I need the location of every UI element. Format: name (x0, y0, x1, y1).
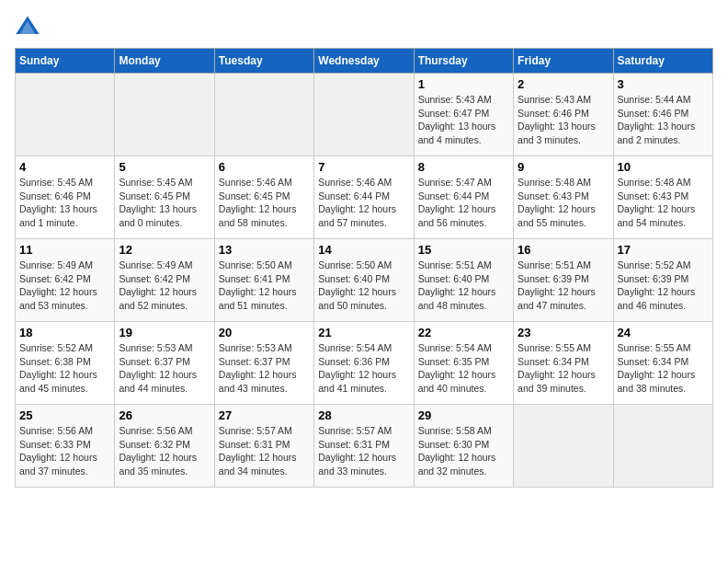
calendar-day-cell (214, 74, 313, 156)
calendar-day-cell (16, 74, 115, 156)
calendar-day-cell (514, 405, 613, 488)
logo-icon (15, 15, 40, 40)
day-number: 15 (418, 243, 509, 257)
calendar-day-cell: 26Sunrise: 5:56 AM Sunset: 6:32 PM Dayli… (115, 405, 214, 488)
day-number: 3 (618, 77, 709, 91)
calendar-day-cell: 2Sunrise: 5:43 AM Sunset: 6:46 PM Daylig… (514, 74, 613, 156)
day-number: 9 (518, 160, 609, 174)
day-info: Sunrise: 5:50 AM Sunset: 6:40 PM Dayligh… (318, 259, 409, 313)
calendar-day-cell: 12Sunrise: 5:49 AM Sunset: 6:42 PM Dayli… (115, 239, 214, 322)
day-info: Sunrise: 5:49 AM Sunset: 6:42 PM Dayligh… (19, 259, 110, 313)
day-number: 11 (19, 243, 110, 257)
day-of-week-header: Friday (514, 49, 613, 74)
day-number: 1 (418, 77, 509, 91)
calendar-day-cell: 21Sunrise: 5:54 AM Sunset: 6:36 PM Dayli… (314, 322, 414, 405)
day-info: Sunrise: 5:53 AM Sunset: 6:37 PM Dayligh… (119, 341, 210, 396)
calendar-week-row: 1Sunrise: 5:43 AM Sunset: 6:47 PM Daylig… (16, 74, 713, 156)
day-of-week-header: Wednesday (314, 49, 414, 74)
calendar-header: SundayMondayTuesdayWednesdayThursdayFrid… (16, 49, 713, 74)
calendar-day-cell: 10Sunrise: 5:48 AM Sunset: 6:43 PM Dayli… (613, 156, 712, 239)
day-info: Sunrise: 5:55 AM Sunset: 6:34 PM Dayligh… (618, 341, 709, 396)
day-info: Sunrise: 5:53 AM Sunset: 6:37 PM Dayligh… (219, 341, 310, 396)
calendar-day-cell: 13Sunrise: 5:50 AM Sunset: 6:41 PM Dayli… (214, 239, 313, 322)
calendar-day-cell: 1Sunrise: 5:43 AM Sunset: 6:47 PM Daylig… (414, 74, 513, 156)
day-info: Sunrise: 5:55 AM Sunset: 6:34 PM Dayligh… (518, 341, 609, 396)
calendar-day-cell: 24Sunrise: 5:55 AM Sunset: 6:34 PM Dayli… (613, 322, 712, 405)
day-number: 12 (119, 243, 210, 257)
day-info: Sunrise: 5:54 AM Sunset: 6:35 PM Dayligh… (418, 341, 509, 396)
calendar-day-cell: 14Sunrise: 5:50 AM Sunset: 6:40 PM Dayli… (314, 239, 414, 322)
calendar-day-cell: 29Sunrise: 5:58 AM Sunset: 6:30 PM Dayli… (414, 405, 513, 488)
day-of-week-header: Sunday (16, 49, 115, 74)
calendar-day-cell (314, 74, 414, 156)
day-number: 17 (618, 243, 709, 257)
calendar-day-cell: 27Sunrise: 5:57 AM Sunset: 6:31 PM Dayli… (214, 405, 313, 488)
day-info: Sunrise: 5:48 AM Sunset: 6:43 PM Dayligh… (518, 176, 609, 230)
day-info: Sunrise: 5:57 AM Sunset: 6:31 PM Dayligh… (318, 424, 409, 478)
day-number: 7 (318, 160, 409, 174)
day-number: 6 (219, 160, 310, 174)
day-number: 18 (19, 326, 110, 339)
calendar-day-cell: 9Sunrise: 5:48 AM Sunset: 6:43 PM Daylig… (514, 156, 613, 239)
day-info: Sunrise: 5:51 AM Sunset: 6:40 PM Dayligh… (418, 259, 509, 313)
day-number: 24 (618, 326, 709, 339)
calendar-day-cell (115, 74, 214, 156)
logo (15, 15, 44, 40)
day-info: Sunrise: 5:46 AM Sunset: 6:44 PM Dayligh… (318, 176, 409, 230)
days-of-week-row: SundayMondayTuesdayWednesdayThursdayFrid… (16, 49, 713, 74)
day-info: Sunrise: 5:45 AM Sunset: 6:46 PM Dayligh… (19, 176, 110, 230)
day-number: 25 (19, 408, 110, 422)
calendar-day-cell: 23Sunrise: 5:55 AM Sunset: 6:34 PM Dayli… (514, 322, 613, 405)
calendar-body: 1Sunrise: 5:43 AM Sunset: 6:47 PM Daylig… (16, 74, 713, 488)
day-number: 10 (618, 160, 709, 174)
day-info: Sunrise: 5:49 AM Sunset: 6:42 PM Dayligh… (119, 259, 210, 313)
day-info: Sunrise: 5:54 AM Sunset: 6:36 PM Dayligh… (318, 341, 409, 396)
day-number: 28 (318, 408, 409, 422)
day-info: Sunrise: 5:56 AM Sunset: 6:33 PM Dayligh… (19, 424, 110, 478)
calendar-day-cell: 8Sunrise: 5:47 AM Sunset: 6:44 PM Daylig… (414, 156, 513, 239)
calendar-day-cell: 4Sunrise: 5:45 AM Sunset: 6:46 PM Daylig… (16, 156, 115, 239)
day-info: Sunrise: 5:50 AM Sunset: 6:41 PM Dayligh… (219, 259, 310, 313)
day-info: Sunrise: 5:51 AM Sunset: 6:39 PM Dayligh… (518, 259, 609, 313)
day-of-week-header: Monday (115, 49, 214, 74)
calendar-day-cell: 11Sunrise: 5:49 AM Sunset: 6:42 PM Dayli… (16, 239, 115, 322)
day-number: 29 (418, 408, 509, 422)
day-info: Sunrise: 5:58 AM Sunset: 6:30 PM Dayligh… (418, 424, 509, 478)
calendar-day-cell: 7Sunrise: 5:46 AM Sunset: 6:44 PM Daylig… (314, 156, 414, 239)
day-number: 22 (418, 326, 509, 339)
calendar-day-cell: 20Sunrise: 5:53 AM Sunset: 6:37 PM Dayli… (214, 322, 313, 405)
calendar-day-cell: 16Sunrise: 5:51 AM Sunset: 6:39 PM Dayli… (514, 239, 613, 322)
day-number: 2 (518, 77, 609, 91)
day-info: Sunrise: 5:48 AM Sunset: 6:43 PM Dayligh… (618, 176, 709, 230)
calendar-day-cell: 19Sunrise: 5:53 AM Sunset: 6:37 PM Dayli… (115, 322, 214, 405)
day-number: 26 (119, 408, 210, 422)
day-number: 16 (518, 243, 609, 257)
day-info: Sunrise: 5:52 AM Sunset: 6:38 PM Dayligh… (19, 341, 110, 396)
day-number: 19 (119, 326, 210, 339)
day-number: 23 (518, 326, 609, 339)
day-info: Sunrise: 5:47 AM Sunset: 6:44 PM Dayligh… (418, 176, 509, 230)
calendar-week-row: 11Sunrise: 5:49 AM Sunset: 6:42 PM Dayli… (16, 239, 713, 322)
day-info: Sunrise: 5:43 AM Sunset: 6:47 PM Dayligh… (418, 93, 509, 147)
day-number: 8 (418, 160, 509, 174)
day-of-week-header: Thursday (414, 49, 513, 74)
calendar-day-cell: 6Sunrise: 5:46 AM Sunset: 6:45 PM Daylig… (214, 156, 313, 239)
calendar-day-cell: 15Sunrise: 5:51 AM Sunset: 6:40 PM Dayli… (414, 239, 513, 322)
calendar-day-cell (613, 405, 712, 488)
calendar-day-cell: 18Sunrise: 5:52 AM Sunset: 6:38 PM Dayli… (16, 322, 115, 405)
calendar-day-cell: 25Sunrise: 5:56 AM Sunset: 6:33 PM Dayli… (16, 405, 115, 488)
day-info: Sunrise: 5:56 AM Sunset: 6:32 PM Dayligh… (119, 424, 210, 478)
day-number: 14 (318, 243, 409, 257)
day-number: 27 (219, 408, 310, 422)
calendar-week-row: 25Sunrise: 5:56 AM Sunset: 6:33 PM Dayli… (16, 405, 713, 488)
day-info: Sunrise: 5:46 AM Sunset: 6:45 PM Dayligh… (219, 176, 310, 230)
day-number: 13 (219, 243, 310, 257)
day-number: 20 (219, 326, 310, 339)
day-info: Sunrise: 5:57 AM Sunset: 6:31 PM Dayligh… (219, 424, 310, 478)
day-info: Sunrise: 5:45 AM Sunset: 6:45 PM Dayligh… (119, 176, 210, 230)
day-number: 21 (318, 326, 409, 339)
page-header (15, 15, 713, 40)
calendar-day-cell: 22Sunrise: 5:54 AM Sunset: 6:35 PM Dayli… (414, 322, 513, 405)
calendar-week-row: 18Sunrise: 5:52 AM Sunset: 6:38 PM Dayli… (16, 322, 713, 405)
calendar-day-cell: 3Sunrise: 5:44 AM Sunset: 6:46 PM Daylig… (613, 74, 712, 156)
